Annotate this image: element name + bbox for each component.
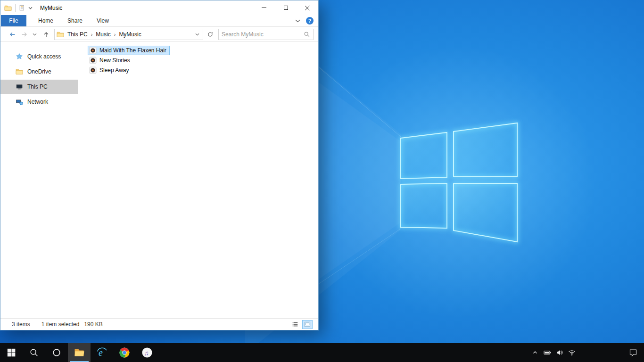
chevron-down-icon: [195, 33, 199, 36]
file-row: Maid With The Flaxen Hair: [88, 46, 318, 56]
file-row: Sleep Away: [88, 66, 318, 75]
status-bar: 3 items 1 item selected 190 KB: [0, 318, 318, 330]
search-box: [218, 29, 314, 40]
chevron-up-icon: [532, 350, 538, 355]
file-name: Maid With The Flaxen Hair: [99, 47, 166, 54]
file-name: New Stories: [99, 57, 130, 64]
breadcrumb-music[interactable]: Music: [92, 31, 114, 38]
taskbar-itunes-button[interactable]: ♫: [136, 343, 158, 362]
maximize-button[interactable]: [275, 0, 297, 15]
sidebar-item-label: Quick access: [27, 53, 61, 60]
maximize-icon: [284, 6, 288, 10]
taskbar: e ♫: [0, 343, 644, 362]
network-status-button[interactable]: [566, 343, 578, 362]
forward-button[interactable]: [18, 28, 31, 41]
taskbar-file-explorer-button[interactable]: [68, 343, 91, 362]
recent-locations-button[interactable]: [31, 28, 38, 41]
system-tray: [529, 343, 578, 362]
quick-access-star-icon: [16, 53, 23, 60]
help-glyph: ?: [308, 18, 312, 24]
ribbon-right-controls: ?: [295, 15, 318, 26]
file-item-new-stories[interactable]: New Stories: [88, 56, 133, 65]
battery-icon: [544, 349, 551, 356]
taskbar-internet-explorer-button[interactable]: e: [91, 343, 113, 362]
internet-explorer-icon: e: [96, 347, 107, 358]
volume-button[interactable]: [553, 343, 566, 362]
details-view-icon: [292, 321, 298, 328]
minimize-icon: [262, 8, 266, 8]
file-item-maid-with-the-flaxen-hair[interactable]: Maid With The Flaxen Hair: [88, 46, 170, 55]
breadcrumb-mymusic[interactable]: MyMusic: [116, 31, 144, 38]
window-title: MyMusic: [40, 5, 62, 11]
close-button[interactable]: [297, 0, 318, 15]
taskbar-chrome-button[interactable]: [113, 343, 136, 362]
cortana-circle-icon: [52, 348, 61, 357]
caption-buttons: [253, 0, 318, 15]
navigation-bar: This PC › Music › MyMusic: [0, 27, 318, 42]
sidebar-item-label: Network: [27, 99, 48, 105]
action-center-button[interactable]: [622, 343, 644, 362]
qat-customize-chevron-icon[interactable]: [28, 7, 33, 9]
window-folder-icon: [4, 4, 12, 12]
battery-status-button[interactable]: [541, 343, 553, 362]
file-list[interactable]: Maid With The Flaxen Hair New Stories: [78, 42, 318, 318]
taskbar-search-button[interactable]: [23, 343, 45, 362]
sidebar-item-quick-access[interactable]: Quick access: [0, 49, 78, 64]
breadcrumb-this-pc[interactable]: This PC: [64, 31, 91, 38]
itunes-icon: ♫: [141, 347, 153, 358]
wifi-icon: [568, 349, 576, 356]
search-icon: [29, 348, 39, 357]
details-view-button[interactable]: [290, 320, 300, 329]
titlebar[interactable]: MyMusic: [0, 0, 318, 15]
chrome-icon: [119, 347, 130, 358]
status-selection: 1 item selected: [41, 321, 80, 328]
expand-ribbon-chevron-icon[interactable]: [295, 19, 300, 23]
explorer-body: Quick access OneDrive This PC: [0, 42, 318, 318]
speaker-icon: [556, 349, 563, 356]
ribbon-tab-bar: File Home Share View ?: [0, 15, 318, 27]
sidebar-item-label: OneDrive: [27, 68, 51, 75]
tray-expand-button[interactable]: [529, 343, 541, 362]
refresh-button[interactable]: [205, 29, 215, 40]
sidebar-item-network[interactable]: Network: [0, 95, 78, 109]
qat-icon[interactable]: [19, 5, 25, 11]
tab-home[interactable]: Home: [31, 15, 60, 26]
tab-view[interactable]: View: [90, 15, 116, 26]
tab-share[interactable]: Share: [60, 15, 90, 26]
close-icon: [305, 6, 310, 10]
windows-start-icon: [7, 348, 16, 357]
address-folder-icon: [57, 31, 64, 38]
up-button[interactable]: [40, 28, 52, 41]
help-button[interactable]: ?: [306, 17, 314, 25]
tab-file[interactable]: File: [1, 15, 26, 26]
chevron-down-icon: [33, 33, 37, 36]
large-icons-view-button[interactable]: [302, 320, 313, 329]
file-item-sleep-away[interactable]: Sleep Away: [88, 66, 132, 75]
desktop[interactable]: MyMusic File Home Share View ?: [0, 0, 644, 362]
status-item-count: 3 items: [12, 321, 30, 328]
music-note-glyph: ♫: [144, 349, 149, 357]
audio-file-icon: [89, 47, 97, 54]
action-center-icon: [629, 348, 637, 357]
large-icons-view-icon: [304, 321, 311, 328]
file-explorer-icon: [74, 347, 85, 358]
address-bar[interactable]: This PC › Music › MyMusic: [54, 29, 203, 40]
sidebar-item-onedrive[interactable]: OneDrive: [0, 65, 78, 79]
minimize-button[interactable]: [253, 0, 275, 15]
view-switcher: [290, 320, 313, 329]
search-input[interactable]: [222, 31, 304, 38]
sidebar-item-this-pc[interactable]: This PC: [0, 80, 78, 94]
file-row: New Stories: [88, 56, 318, 66]
forward-arrow-icon: [21, 31, 28, 38]
start-button[interactable]: [0, 343, 23, 362]
network-computer-icon: [16, 98, 23, 106]
cortana-button[interactable]: [45, 343, 68, 362]
back-button[interactable]: [6, 28, 18, 41]
up-arrow-icon: [42, 31, 50, 38]
this-pc-monitor-icon: [16, 83, 23, 90]
address-dropdown-button[interactable]: [194, 33, 201, 36]
search-icon[interactable]: [304, 31, 310, 38]
file-explorer-window: MyMusic File Home Share View ?: [0, 0, 319, 330]
file-name: Sleep Away: [99, 67, 129, 74]
qat-separator: [15, 4, 16, 12]
